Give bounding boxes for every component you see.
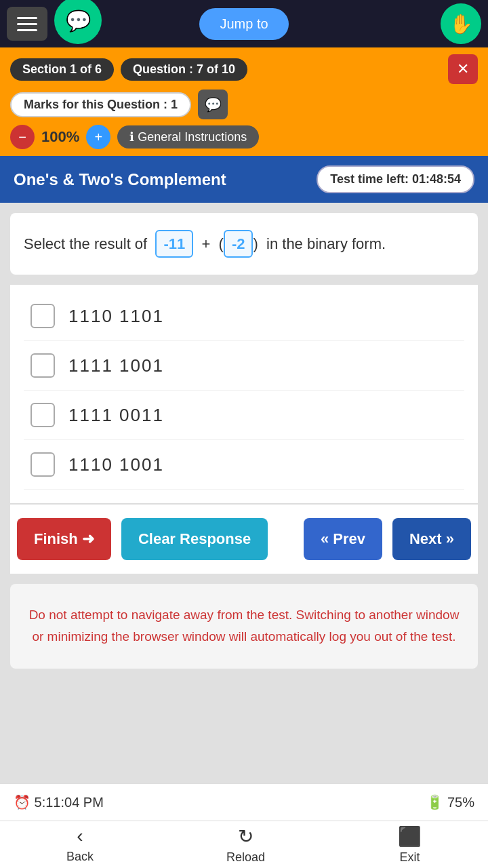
action-bar: Finish ➜ Clear Response « Prev Next »	[10, 505, 478, 574]
comment-button[interactable]: 💬	[198, 90, 228, 119]
option-label-4: 1110 1001	[68, 454, 164, 475]
options-area: 1110 1101 1111 1001 1111 0011 1110 1001	[10, 285, 478, 503]
section-title: One's & Two's Complement	[14, 170, 226, 189]
header-row3: − 100% + ℹ General Instructions	[10, 125, 478, 149]
prev-button[interactable]: « Prev	[304, 518, 382, 560]
option-row-4[interactable]: 1110 1001	[24, 440, 464, 490]
exit-label: Exit	[399, 850, 420, 865]
bottom-nav: ‹ Back ↻ Reload ⬛ Exit	[0, 821, 488, 868]
option-checkbox-2[interactable]	[30, 353, 55, 378]
comment-icon: 💬	[205, 96, 222, 113]
next-button[interactable]: Next »	[392, 518, 471, 560]
close-button[interactable]: ✕	[448, 54, 478, 84]
value1: -11	[155, 230, 193, 258]
warning-area: Do not attempt to navigate away from the…	[10, 584, 478, 669]
option-row-3[interactable]: 1111 0011	[24, 391, 464, 440]
warning-text: Do not attempt to navigate away from the…	[24, 604, 464, 648]
zoom-plus-button[interactable]: +	[86, 125, 110, 149]
status-time: ⏰ 5:11:04 PM	[14, 794, 104, 810]
section-badge: Section 1 of 6	[10, 58, 114, 81]
finish-button[interactable]: Finish ➜	[17, 518, 111, 560]
menu-button[interactable]	[7, 7, 47, 41]
question-text: Select the result of -11 + (-2) in the b…	[24, 230, 464, 258]
option-label-2: 1111 1001	[68, 355, 164, 376]
value2: -2	[224, 230, 253, 258]
general-instructions-button[interactable]: ℹ General Instructions	[117, 125, 259, 149]
back-icon: ‹	[77, 825, 83, 847]
jump-to-button[interactable]: Jump to	[199, 8, 288, 40]
marks-badge: Marks for this Question : 1	[10, 92, 191, 117]
operator: +	[201, 235, 210, 252]
reload-label: Reload	[226, 850, 265, 865]
zoom-minus-button[interactable]: −	[10, 125, 35, 149]
header-row2: Marks for this Question : 1 💬	[10, 90, 478, 119]
question-badge: Question : 7 of 10	[121, 58, 247, 81]
reload-icon: ↻	[238, 825, 253, 848]
section-header: One's & Two's Complement Test time left:…	[0, 156, 488, 203]
question-area: Select the result of -11 + (-2) in the b…	[10, 213, 478, 275]
back-button[interactable]: ‹ Back	[66, 825, 94, 864]
question-text-after: in the binary form.	[266, 235, 386, 252]
reload-button[interactable]: ↻ Reload	[226, 825, 265, 865]
chat-icon: 💬	[66, 9, 91, 33]
chat-button[interactable]: 💬	[54, 0, 102, 44]
hand-button[interactable]: ✋	[441, 3, 481, 44]
question-text-before: Select the result of	[24, 235, 147, 252]
top-bar: 💬 Jump to ✋	[0, 0, 488, 47]
back-label: Back	[66, 850, 94, 864]
zoom-level: 100%	[41, 128, 79, 146]
option-label-1: 1110 1101	[68, 306, 164, 327]
status-bar: ⏰ 5:11:04 PM 🔋 75%	[0, 783, 488, 821]
timer-badge: Test time left: 01:48:54	[317, 165, 474, 193]
clear-response-button[interactable]: Clear Response	[121, 518, 268, 560]
option-row-2[interactable]: 1111 1001	[24, 341, 464, 391]
exit-icon: ⬛	[398, 825, 422, 848]
option-label-3: 1111 0011	[68, 405, 164, 426]
exit-button[interactable]: ⬛ Exit	[398, 825, 422, 865]
status-battery: 🔋 75%	[426, 794, 474, 810]
option-checkbox-1[interactable]	[30, 304, 55, 328]
hand-icon: ✋	[449, 13, 473, 35]
option-checkbox-4[interactable]	[30, 452, 55, 477]
option-checkbox-3[interactable]	[30, 403, 55, 427]
option-row-1[interactable]: 1110 1101	[24, 292, 464, 341]
orange-header: Section 1 of 6 Question : 7 of 10 ✕ Mark…	[0, 47, 488, 156]
header-row1: Section 1 of 6 Question : 7 of 10 ✕	[10, 54, 478, 84]
